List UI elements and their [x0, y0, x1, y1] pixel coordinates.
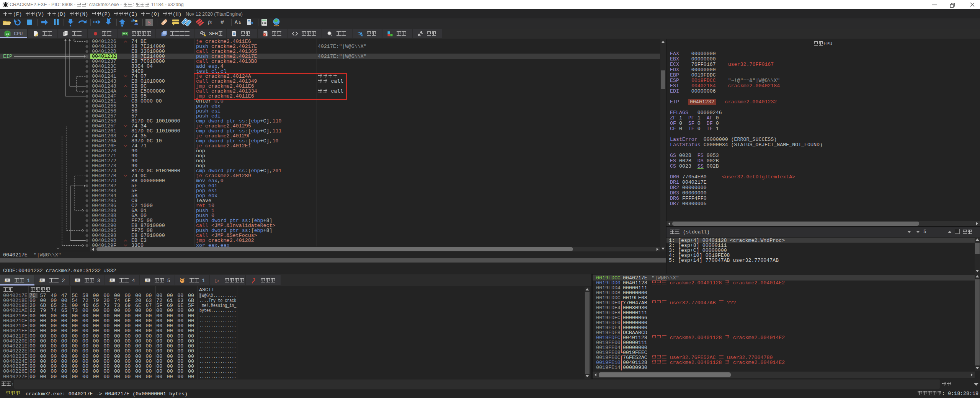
- svg-text:32: 32: [6, 33, 10, 36]
- svg-text:S: S: [147, 20, 150, 26]
- svg-text:fx: fx: [208, 19, 212, 25]
- svg-text:a: a: [238, 21, 241, 25]
- svg-text:A: A: [235, 20, 238, 25]
- svg-text:<>: <>: [233, 33, 236, 36]
- svg-text:#: #: [220, 20, 224, 26]
- svg-text:!: !: [204, 34, 206, 37]
- svg-text:[x=]: [x=]: [215, 279, 220, 283]
